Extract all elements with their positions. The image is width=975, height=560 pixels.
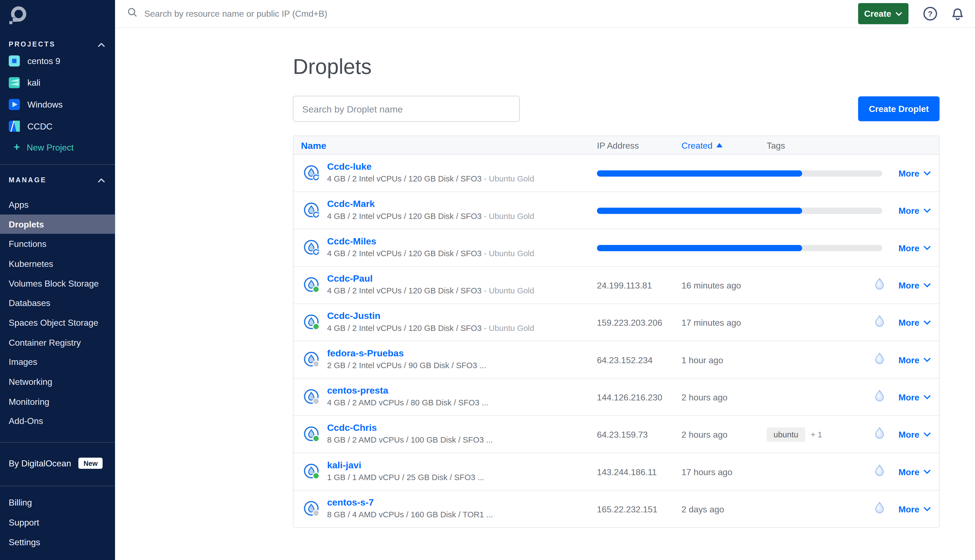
droplet-specs: 1 GB / 1 AMD vCPU / 25 GB Disk / SFO3 ..… — [327, 472, 484, 482]
create-droplet-button[interactable]: Create Droplet — [858, 96, 940, 121]
droplet-created-time: 17 hours ago — [682, 467, 732, 477]
droplet-name-link[interactable]: Ccdc-luke — [327, 160, 534, 172]
more-label: More — [898, 355, 920, 365]
digitalocean-control-panel: PROJECTS centos 9kaliWindowsCCDC + New P… — [0, 0, 975, 560]
tag-pill[interactable]: ubuntu — [767, 427, 805, 442]
droplet-specs: 4 GB / 2 Intel vCPUs / 120 GB Disk / SFO… — [327, 211, 534, 221]
sidebar-item-container-registry[interactable]: Container Registry — [0, 333, 115, 352]
droplet-specs: 4 GB / 2 Intel vCPUs / 120 GB Disk / SFO… — [327, 323, 534, 333]
sidebar-footer-list: BillingSupportSettings — [0, 493, 115, 552]
droplet-ip-address: 143.244.186.11 — [597, 467, 657, 477]
droplet-table: Name IP Address Created Tags — [293, 135, 940, 528]
sort-ascending-icon — [716, 143, 723, 147]
droplet-name-link[interactable]: kali-javi — [327, 459, 484, 471]
project-label: kali — [27, 77, 40, 87]
droplet-progress-bar — [597, 207, 882, 214]
droplet-name-link[interactable]: Ccdc-Justin — [327, 310, 534, 321]
sidebar-item-images[interactable]: Images — [0, 352, 115, 372]
droplet-ip-address: 159.223.203.206 — [597, 317, 662, 327]
project-label: Windows — [27, 99, 63, 109]
svg-text:?: ? — [928, 9, 933, 18]
column-header-created[interactable]: Created — [682, 140, 723, 150]
by-digitalocean-item[interactable]: By DigitalOcean New — [0, 443, 115, 484]
sidebar-project-ccdc[interactable]: CCDC — [0, 115, 115, 137]
sidebar-item-billing[interactable]: Billing — [0, 493, 115, 513]
droplet-name-link[interactable]: centos-presta — [327, 384, 488, 396]
sidebar-item-apps[interactable]: Apps — [0, 195, 115, 214]
droplet-specs: 4 GB / 2 Intel vCPUs / 120 GB Disk / SFO… — [327, 249, 534, 258]
droplet-name-link[interactable]: Ccdc-Chris — [327, 422, 493, 433]
global-search-input[interactable] — [143, 8, 858, 20]
sidebar-item-volumes-block-storage[interactable]: Volumes Block Storage — [0, 273, 115, 293]
sidebar-item-add-ons[interactable]: Add-Ons — [0, 412, 115, 431]
more-label: More — [898, 504, 920, 514]
droplet-name-link[interactable]: Ccdc-Miles — [327, 235, 534, 247]
more-button[interactable]: More — [898, 243, 931, 253]
more-label: More — [898, 168, 920, 178]
notifications-bell-icon[interactable] — [951, 6, 964, 22]
droplet-icon — [303, 352, 320, 370]
column-header-ip-address: IP Address — [597, 140, 639, 150]
droplet-icon — [303, 314, 320, 333]
sidebar-project-centos-9[interactable]: centos 9 — [0, 50, 115, 72]
manage-section-header[interactable]: MANAGE — [0, 174, 115, 185]
droplet-specs: 4 GB / 2 AMD vCPUs / 80 GB Disk / SFO3 .… — [327, 398, 488, 408]
droplet-name-link[interactable]: Ccdc-Mark — [327, 198, 534, 209]
droplet-icon — [303, 240, 320, 258]
chevron-down-icon — [924, 469, 931, 474]
more-button[interactable]: More — [898, 392, 931, 402]
droplet-created-time: 17 minutes ago — [682, 317, 741, 327]
backup-droplet-icon — [874, 352, 885, 368]
manage-heading: MANAGE — [9, 176, 47, 183]
backup-droplet-icon — [874, 389, 885, 405]
page-title: Droplets — [293, 53, 940, 79]
droplet-name-block: Ccdc-Justin 4 GB / 2 Intel vCPUs / 120 G… — [327, 310, 534, 333]
projects-section-header[interactable]: PROJECTS — [0, 38, 115, 50]
manage-list: AppsDropletsFunctionsKubernetesVolumes B… — [0, 195, 115, 431]
sidebar-project-windows[interactable]: Windows — [0, 93, 115, 115]
droplet-icon — [303, 389, 320, 407]
sidebar-item-droplets[interactable]: Droplets — [0, 214, 115, 234]
sidebar-item-monitoring[interactable]: Monitoring — [0, 392, 115, 412]
more-button[interactable]: More — [898, 355, 931, 365]
droplet-row: Ccdc-Mark 4 GB / 2 Intel vCPUs / 120 GB … — [293, 192, 939, 229]
projects-heading: PROJECTS — [9, 40, 55, 48]
sidebar-item-support[interactable]: Support — [0, 512, 115, 532]
chevron-down-icon — [924, 507, 931, 511]
sidebar: PROJECTS centos 9kaliWindowsCCDC + New P… — [0, 0, 115, 560]
digitalocean-logo-icon[interactable] — [0, 0, 115, 29]
sidebar-item-functions[interactable]: Functions — [0, 234, 115, 254]
more-button[interactable]: More — [898, 504, 931, 514]
sidebar-item-kubernetes[interactable]: Kubernetes — [0, 254, 115, 273]
new-project-button[interactable]: + New Project — [0, 137, 115, 158]
droplet-name-link[interactable]: centos-s-7 — [327, 496, 493, 508]
droplet-name-link[interactable]: fedora-s-Pruebas — [327, 347, 486, 359]
help-icon[interactable]: ? — [923, 6, 938, 22]
create-button[interactable]: Create — [858, 3, 908, 24]
more-button[interactable]: More — [898, 205, 931, 215]
sidebar-item-settings[interactable]: Settings — [0, 532, 115, 552]
droplet-name-link[interactable]: Ccdc-Paul — [327, 272, 534, 284]
backup-droplet-icon — [874, 464, 885, 480]
more-button[interactable]: More — [898, 280, 931, 290]
tag-extra-count: + 1 — [811, 430, 822, 439]
droplet-ip-address: 24.199.113.81 — [597, 280, 652, 290]
more-button[interactable]: More — [898, 317, 931, 327]
droplet-icon — [303, 202, 320, 221]
sidebar-project-kali[interactable]: kali — [0, 72, 115, 93]
droplet-icon — [303, 165, 320, 183]
projects-list: centos 9kaliWindowsCCDC — [0, 50, 115, 137]
chevron-up-icon — [98, 38, 105, 50]
project-label: centos 9 — [27, 55, 60, 65]
droplet-icon — [303, 426, 320, 445]
sidebar-item-databases[interactable]: Databases — [0, 293, 115, 313]
chevron-up-icon — [98, 174, 105, 185]
more-button[interactable]: More — [898, 430, 931, 439]
droplet-name-block: Ccdc-Chris 8 GB / 2 AMD vCPUs / 100 GB D… — [327, 422, 493, 445]
droplet-search-input[interactable] — [293, 96, 520, 122]
sidebar-item-networking[interactable]: Networking — [0, 372, 115, 392]
more-button[interactable]: More — [898, 168, 931, 178]
sidebar-item-spaces-object-storage[interactable]: Spaces Object Storage — [0, 313, 115, 333]
by-digitalocean-label: By DigitalOcean — [9, 458, 71, 468]
more-button[interactable]: More — [898, 467, 931, 477]
